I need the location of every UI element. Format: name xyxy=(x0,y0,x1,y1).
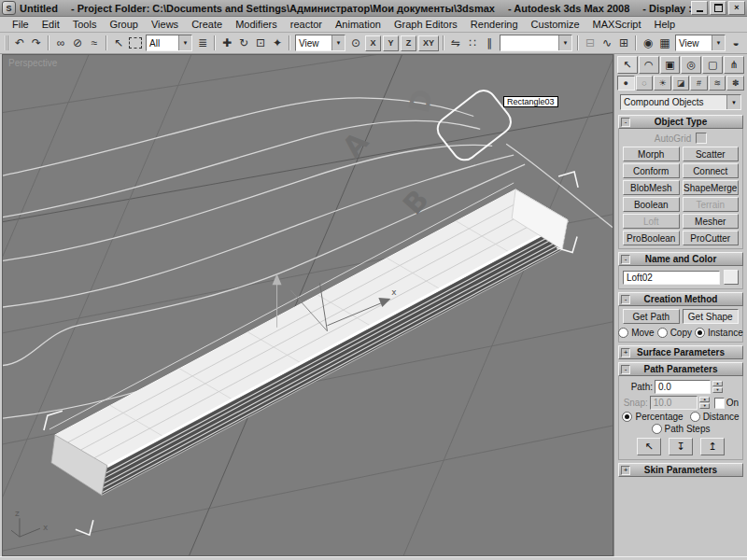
named-sets-dropdown[interactable]: ▼ xyxy=(500,35,572,51)
copy-radio[interactable] xyxy=(657,328,668,338)
bind-spacewarp-icon[interactable]: ≈ xyxy=(86,35,103,51)
category-systems[interactable]: ✽ xyxy=(726,76,744,91)
spinner-down-icon[interactable]: ▼ xyxy=(699,403,710,409)
blobmesh-button[interactable]: BlobMesh xyxy=(623,180,680,195)
axis-z-button[interactable]: Z xyxy=(401,35,416,51)
menu-views[interactable]: Views xyxy=(145,19,185,30)
rollout-collapse-icon[interactable]: - xyxy=(621,295,630,304)
rollout-collapse-icon[interactable]: - xyxy=(621,255,630,264)
mirror-icon[interactable]: ⇋ xyxy=(447,35,464,51)
path-steps-radio[interactable] xyxy=(652,424,662,434)
dropdown-arrow-icon[interactable]: ▼ xyxy=(726,95,740,109)
category-lights[interactable]: ☀ xyxy=(654,76,671,91)
connect-button[interactable]: Connect xyxy=(683,163,740,178)
render-setup-icon[interactable]: ▦ xyxy=(656,35,673,51)
menu-animation[interactable]: Animation xyxy=(329,19,388,30)
render-type-dropdown[interactable]: View ▼ xyxy=(675,35,726,51)
viewport-canvas[interactable]: x A B D z x xyxy=(3,55,613,555)
morph-button[interactable]: Morph xyxy=(623,147,680,161)
autogrid-checkbox[interactable] xyxy=(696,133,707,144)
mesher-button[interactable]: Mesher xyxy=(683,214,740,229)
tab-display[interactable]: ▢ xyxy=(702,56,723,74)
category-helpers[interactable]: # xyxy=(690,76,708,91)
schematic-view-icon[interactable]: ⊞ xyxy=(615,35,632,51)
category-spacewarps[interactable]: ≋ xyxy=(709,76,726,91)
pick-shape-button[interactable]: ↖ xyxy=(637,438,661,455)
dropdown-arrow-icon[interactable]: ▼ xyxy=(178,35,191,50)
rollout-collapse-icon[interactable]: - xyxy=(621,365,630,374)
dropdown-arrow-icon[interactable]: ▼ xyxy=(558,35,571,50)
tab-modify[interactable]: ◠ xyxy=(639,56,659,74)
spinner-up-icon[interactable]: ▲ xyxy=(699,397,710,402)
tab-hierarchy[interactable]: ▣ xyxy=(660,56,681,74)
curve-editor-icon[interactable]: ∿ xyxy=(599,35,615,51)
scatter-button[interactable]: Scatter xyxy=(683,147,740,161)
distance-radio[interactable] xyxy=(690,412,700,422)
rollout-expand-icon[interactable]: + xyxy=(621,348,630,357)
menu-reactor[interactable]: reactor xyxy=(284,19,329,30)
creation-method-header[interactable]: - Creation Method xyxy=(618,292,743,306)
viewport-label[interactable]: Perspective xyxy=(8,58,57,68)
skin-parameters-header[interactable]: + Skin Parameters xyxy=(618,463,743,477)
path-value-field[interactable]: 0.0 xyxy=(655,380,711,394)
menu-customize[interactable]: Customize xyxy=(525,19,586,30)
select-icon[interactable]: ↖ xyxy=(110,35,127,51)
menu-graph-editors[interactable]: Graph Editors xyxy=(388,19,464,30)
close-button[interactable]: × xyxy=(728,1,745,15)
minimize-button[interactable] xyxy=(691,1,708,15)
object-type-header[interactable]: - Object Type xyxy=(618,115,743,129)
category-cameras[interactable]: ◪ xyxy=(672,76,690,91)
menu-tools[interactable]: Tools xyxy=(66,19,104,30)
menu-modifiers[interactable]: Modifiers xyxy=(229,19,284,30)
select-region-icon[interactable] xyxy=(127,35,144,51)
use-center-icon[interactable]: ⊙ xyxy=(347,35,364,51)
link-icon[interactable]: ∞ xyxy=(52,35,69,51)
rotate-icon[interactable]: ↻ xyxy=(235,35,252,51)
rollout-collapse-icon[interactable]: - xyxy=(621,118,630,127)
previous-shape-button[interactable]: ↧ xyxy=(669,438,693,455)
unlink-icon[interactable]: ⊘ xyxy=(69,35,86,51)
path-spinner[interactable]: ▲ ▼ xyxy=(712,381,723,393)
object-name-field[interactable]: Loft02 xyxy=(623,271,720,285)
boolean-button[interactable]: Boolean xyxy=(623,197,680,212)
material-editor-icon[interactable]: ◉ xyxy=(640,35,656,51)
perspective-viewport[interactable]: Perspective Rectangle03 xyxy=(2,54,613,556)
category-geometry[interactable]: ● xyxy=(617,76,635,91)
tab-motion[interactable]: ◎ xyxy=(681,56,701,74)
object-color-swatch[interactable] xyxy=(724,270,739,285)
menu-create[interactable]: Create xyxy=(185,19,229,30)
ref-coord-dropdown[interactable]: View ▼ xyxy=(295,35,345,51)
axis-xy-button[interactable]: XY xyxy=(418,35,439,51)
restore-button[interactable] xyxy=(710,1,726,15)
scale-icon[interactable]: ⊡ xyxy=(252,35,269,51)
shapemerge-button[interactable]: ShapeMerge xyxy=(683,180,740,195)
spinner-down-icon[interactable]: ▼ xyxy=(712,387,723,393)
loft-object[interactable] xyxy=(49,183,568,496)
axis-y-button[interactable]: Y xyxy=(383,35,399,51)
dropdown-arrow-icon[interactable]: ▼ xyxy=(712,35,725,50)
conform-button[interactable]: Conform xyxy=(623,163,680,178)
selection-filter-dropdown[interactable]: All ▼ xyxy=(146,35,192,51)
axis-x-button[interactable]: X xyxy=(365,35,381,51)
spinner-up-icon[interactable]: ▲ xyxy=(712,381,723,386)
snap-spinner[interactable]: ▲ ▼ xyxy=(699,397,710,409)
layer-manager-icon[interactable]: ⊟ xyxy=(582,35,599,51)
category-shapes[interactable]: ◌ xyxy=(636,76,654,91)
snap-toggle-icon[interactable]: ∷ xyxy=(464,35,481,51)
menu-edit[interactable]: Edit xyxy=(35,19,66,30)
next-shape-button[interactable]: ↥ xyxy=(700,438,725,455)
snap-on-checkbox[interactable] xyxy=(714,398,724,409)
geometry-category-dropdown[interactable]: Compound Objects ▼ xyxy=(620,94,741,110)
select-by-name-icon[interactable]: ≣ xyxy=(194,35,211,51)
name-color-header[interactable]: - Name and Color xyxy=(618,252,743,266)
get-shape-button[interactable]: Get Shape xyxy=(683,309,740,324)
path-parameters-header[interactable]: - Path Parameters xyxy=(618,362,743,376)
menu-file[interactable]: File xyxy=(6,19,35,30)
toolbar-grip[interactable] xyxy=(5,35,8,50)
percentage-radio[interactable] xyxy=(622,412,632,422)
move-icon[interactable]: ✚ xyxy=(218,35,235,51)
undo-icon[interactable]: ↶ xyxy=(11,35,28,51)
get-path-button[interactable]: Get Path xyxy=(623,309,680,324)
redo-icon[interactable]: ↷ xyxy=(28,35,45,51)
quick-render-icon[interactable]: ◒ xyxy=(727,35,744,51)
